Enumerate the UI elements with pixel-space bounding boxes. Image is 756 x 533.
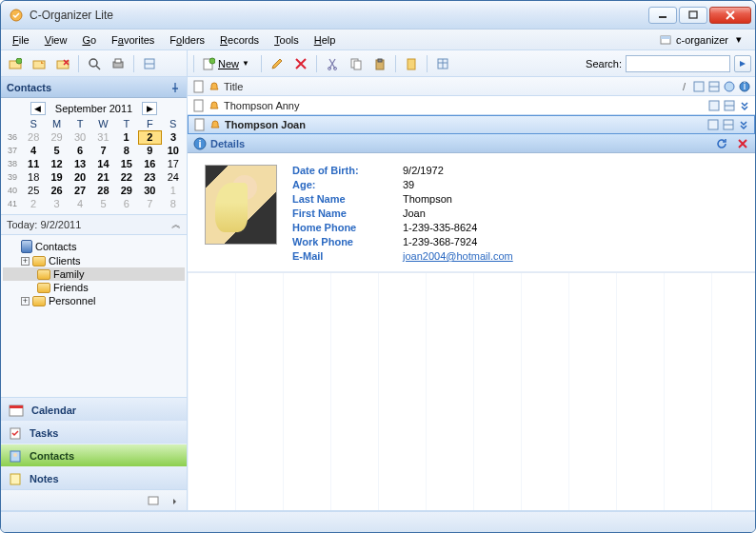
paste-button[interactable] [369, 53, 390, 74]
print-button[interactable] [108, 53, 129, 74]
table-view-icon[interactable] [723, 99, 736, 112]
card-view-icon[interactable] [706, 118, 720, 131]
tree-item[interactable]: Friends [3, 281, 185, 294]
cal-day[interactable]: 28 [91, 184, 114, 197]
delete-folder-button[interactable] [52, 53, 73, 74]
cal-day[interactable]: 30 [138, 184, 161, 197]
nav-calendar[interactable]: Calendar [1, 398, 187, 421]
cal-day[interactable]: 2 [138, 130, 161, 144]
new-folder-button[interactable] [5, 53, 26, 74]
cal-day[interactable]: 1 [162, 184, 186, 197]
search-input[interactable] [626, 55, 730, 72]
list-row[interactable]: Thompson Anny [188, 96, 755, 115]
nav-config-button[interactable] [166, 492, 183, 509]
nav-notes[interactable]: Notes [1, 466, 187, 489]
edit-folder-button[interactable] [29, 53, 50, 74]
cal-day[interactable]: 3 [45, 197, 68, 210]
menu-go[interactable]: Go [76, 32, 102, 48]
cal-day[interactable]: 2 [22, 197, 45, 210]
cal-day[interactable]: 9 [138, 144, 161, 157]
menu-view[interactable]: View [39, 32, 73, 48]
table-view-icon[interactable] [707, 80, 721, 93]
new-record-button[interactable]: New ▼ [199, 53, 256, 74]
expand-icon[interactable] [737, 118, 750, 131]
list-row[interactable]: Thompson Joan [188, 115, 755, 134]
search-go-button[interactable] [734, 55, 751, 72]
view-toggle-button[interactable] [139, 53, 160, 74]
table-view-icon[interactable] [722, 118, 735, 131]
cal-day[interactable]: 30 [69, 130, 91, 144]
cal-day[interactable]: 17 [162, 157, 186, 170]
cal-day[interactable]: 19 [45, 170, 68, 184]
expand-toggle[interactable]: + [21, 297, 30, 306]
details-close-button[interactable] [736, 137, 749, 150]
menu-tools[interactable]: Tools [269, 32, 305, 48]
cal-day[interactable]: 1 [115, 130, 138, 144]
nav-extra-button[interactable] [145, 492, 162, 509]
minimize-button[interactable] [648, 7, 677, 24]
detail-email-link[interactable]: joan2004@hotmail.com [403, 250, 513, 262]
cal-day[interactable]: 6 [69, 144, 91, 157]
database-switcher[interactable]: c-organizer ▾ [655, 31, 749, 49]
cal-day[interactable]: 4 [69, 197, 91, 210]
tree-item[interactable]: +Clients [3, 254, 185, 267]
cal-day[interactable]: 21 [91, 170, 114, 184]
calendar-next-button[interactable]: ▶ [142, 102, 157, 115]
cal-day[interactable]: 16 [138, 157, 161, 170]
refresh-icon[interactable] [715, 137, 728, 150]
cal-day[interactable]: 10 [162, 144, 186, 157]
nav-tasks[interactable]: Tasks [1, 421, 187, 444]
info-icon[interactable]: i [738, 80, 751, 93]
menu-folders[interactable]: Folders [164, 32, 210, 48]
cal-day[interactable]: 25 [22, 184, 45, 197]
cal-day[interactable]: 24 [162, 170, 186, 184]
maximize-button[interactable] [679, 7, 707, 24]
menu-file[interactable]: File [7, 32, 35, 48]
cal-day[interactable]: 7 [91, 144, 114, 157]
cal-day[interactable]: 20 [69, 170, 91, 184]
cal-day[interactable]: 31 [91, 130, 114, 144]
close-button[interactable] [709, 7, 751, 24]
cal-day[interactable]: 12 [45, 157, 68, 170]
tree-item[interactable]: Family [3, 267, 185, 281]
cal-day[interactable]: 8 [115, 144, 138, 157]
edit-record-button[interactable] [267, 53, 288, 74]
copy-button[interactable] [346, 53, 367, 74]
calendar-prev-button[interactable]: ◀ [30, 102, 46, 115]
cal-day[interactable]: 5 [91, 197, 114, 210]
cal-day[interactable]: 14 [91, 157, 114, 170]
card-view-icon[interactable] [707, 99, 721, 112]
list-header[interactable]: Title / i [188, 77, 755, 96]
cal-day[interactable]: 18 [22, 170, 45, 184]
tree-item[interactable]: +Personnel [3, 294, 185, 307]
columns-button[interactable] [432, 53, 453, 74]
nav-contacts[interactable]: Contacts [1, 444, 187, 466]
expand-toggle[interactable]: + [21, 257, 30, 266]
delete-record-button[interactable] [290, 53, 311, 74]
expand-icon[interactable] [738, 99, 751, 112]
cal-day[interactable]: 7 [138, 197, 161, 210]
cut-button[interactable] [322, 53, 343, 74]
cal-day[interactable]: 27 [69, 184, 91, 197]
today-bar[interactable]: Today: 9/2/2011 ︽ [1, 215, 187, 235]
menu-help[interactable]: Help [308, 32, 342, 48]
cal-day[interactable]: 22 [115, 170, 138, 184]
globe-icon[interactable] [723, 80, 736, 93]
find-button[interactable] [84, 53, 105, 74]
menu-favorites[interactable]: Favorites [106, 32, 160, 48]
favorite-button[interactable] [401, 53, 422, 74]
cal-day[interactable]: 8 [162, 197, 186, 210]
cal-day[interactable]: 29 [45, 130, 68, 144]
cal-day[interactable]: 6 [115, 197, 138, 210]
cal-day[interactable]: 4 [22, 144, 45, 157]
card-view-icon[interactable] [692, 80, 706, 93]
cal-day[interactable]: 23 [138, 170, 161, 184]
cal-day[interactable]: 3 [162, 130, 186, 144]
cal-day[interactable]: 11 [22, 157, 45, 170]
cal-day[interactable]: 15 [115, 157, 138, 170]
cal-day[interactable]: 26 [45, 184, 68, 197]
tree-root-contacts[interactable]: Contacts [3, 239, 185, 254]
cal-day[interactable]: 28 [22, 130, 45, 144]
cal-day[interactable]: 5 [45, 144, 68, 157]
menu-records[interactable]: Records [214, 32, 265, 48]
